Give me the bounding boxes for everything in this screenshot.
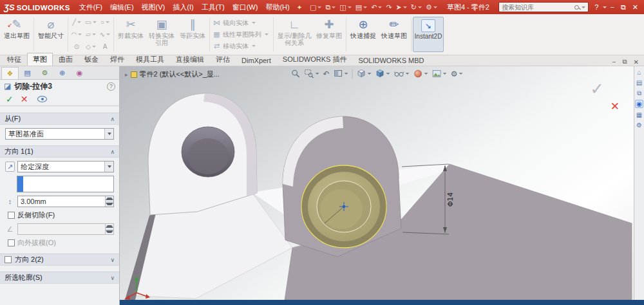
direction2-section-header[interactable]: 方向 2(2) ∨ [0, 254, 119, 266]
tab-weldments[interactable]: 焊件 [104, 53, 130, 66]
direction2-checkbox[interactable] [5, 256, 12, 263]
edit-appearance-button[interactable] [412, 68, 430, 79]
instant2d-toggle-button[interactable]: ↘ Instant2D [413, 17, 444, 52]
doc-minimize-button[interactable]: − [609, 59, 620, 66]
breadcrumb[interactable]: ▸ 零件2 (默认<<默认>_显... [125, 69, 220, 79]
offset-entities-button[interactable]: ∥ 等距实体 [177, 15, 208, 53]
direction1-section-header[interactable]: 方向 1(1) ∧ [0, 145, 119, 158]
tab-direct-editing[interactable]: 直接编辑 [170, 53, 210, 66]
repair-sketch-button[interactable]: ✚ 修复草图 [314, 15, 345, 53]
view-settings-button[interactable]: ⚙ [449, 69, 465, 79]
appearances-icon[interactable]: ◉ [635, 100, 643, 108]
search-dropdown-icon[interactable] [582, 6, 585, 8]
featuremanager-tab[interactable]: ▤ [19, 67, 36, 79]
doc-restore-button[interactable]: ⧉ [619, 58, 630, 66]
reverse-direction-icon[interactable]: ↗ [5, 162, 15, 172]
file-explorer-icon[interactable]: ⧉ [637, 89, 641, 97]
draft-angle-spinner[interactable] [17, 223, 114, 235]
dropdown-button[interactable] [104, 129, 113, 139]
configurationmanager-tab[interactable]: ⚙ [36, 67, 53, 79]
rebuild-button[interactable]: ↻ [409, 2, 424, 12]
flip-side-checkbox[interactable] [8, 212, 15, 219]
help-button[interactable]: ? [591, 3, 601, 11]
save-button[interactable]: ◫ [337, 2, 353, 12]
circle-tool-button[interactable]: ○ [98, 16, 112, 28]
apply-scene-button[interactable] [430, 68, 449, 79]
end-condition-dropdown[interactable]: 给定深度 [17, 161, 114, 172]
quick-snaps-button[interactable]: ⊕ 快速捕捉 [348, 15, 379, 53]
section-view-button[interactable] [332, 68, 350, 79]
rectangle-tool-button[interactable]: ▭ [84, 16, 98, 28]
pin-menu-icon[interactable]: ✦ [294, 4, 305, 11]
dropdown-button[interactable] [104, 162, 113, 172]
preview-eye-icon[interactable] [37, 96, 47, 102]
undo-button[interactable]: ↶ [369, 2, 384, 12]
menu-insert[interactable]: 插入(I) [169, 0, 197, 15]
doc-close-button[interactable]: ✕ [630, 59, 642, 66]
graphics-area[interactable]: Φ14 ▸ 零件2 (默认<<默认>_显... [120, 66, 634, 300]
model-viewport[interactable]: Φ14 [120, 66, 634, 300]
dimxpertmanager-tab[interactable]: ⊕ [53, 67, 71, 79]
hide-show-items-button[interactable] [392, 68, 412, 79]
selected-contours-section-header[interactable]: 所选轮廓(S) ∨ [0, 272, 119, 284]
arc-tool-button[interactable]: ◠ [70, 28, 84, 41]
view-orientation-button[interactable] [355, 68, 374, 79]
scenes-icon[interactable]: ▦ [636, 111, 642, 118]
menu-help[interactable]: 帮助(H) [261, 0, 293, 15]
design-library-icon[interactable]: ▤ [636, 79, 642, 86]
help-icon[interactable]: ? [107, 82, 115, 91]
tab-sheet-metal[interactable]: 钣金 [79, 53, 104, 66]
display-delete-relations-button[interactable]: ∟ 显示/删除几何关系 [275, 15, 314, 53]
tab-solidworks-mbd[interactable]: SOLIDWORKS MBD [352, 55, 430, 66]
line-tool-button[interactable]: ╱ [70, 16, 84, 28]
redo-button[interactable]: ↷ [384, 2, 393, 12]
move-entities-button[interactable]: ⇄移动实体 [211, 41, 272, 52]
text-tool-button[interactable]: A [98, 41, 112, 53]
from-section-header[interactable]: 从(F) ∧ [0, 113, 119, 125]
select-button[interactable]: ➤ [394, 2, 409, 12]
tab-surfaces[interactable]: 曲面 [53, 53, 79, 66]
print-button[interactable]: ▤ [354, 2, 369, 12]
ok-button[interactable]: ✓ [6, 94, 14, 104]
convert-entities-button[interactable]: ▣ 转换实体引用 [146, 15, 177, 53]
maximize-button[interactable]: ⧉ [618, 3, 629, 12]
spin-up-button[interactable] [106, 196, 113, 201]
tab-evaluate[interactable]: 评估 [210, 53, 236, 66]
linear-sketch-pattern-button[interactable]: ▦线性草图阵列 [211, 29, 272, 41]
confirm-corner-ok-icon[interactable]: ✓ [590, 79, 604, 99]
search-input[interactable] [502, 4, 573, 11]
spline-tool-button[interactable]: ∿ [98, 28, 112, 41]
menu-view[interactable]: 视图(V) [138, 0, 169, 15]
tab-sketch[interactable]: 草图 [27, 53, 53, 66]
tab-features[interactable]: 特征 [1, 53, 27, 66]
menu-window[interactable]: 窗口(W) [229, 0, 262, 15]
mirror-entities-button[interactable]: ⋈镜向实体 [211, 17, 272, 29]
previous-view-button[interactable]: ↶ [321, 69, 332, 79]
tab-dimxpert[interactable]: DimXpert [236, 55, 277, 66]
depth-spinner[interactable]: 3.00mm [17, 196, 114, 207]
confirm-corner-cancel-icon[interactable]: ✕ [611, 100, 620, 113]
custom-properties-icon[interactable]: ⚙ [636, 122, 642, 129]
dimension-text[interactable]: Φ14 [446, 192, 455, 207]
rapid-sketch-button[interactable]: ✏ 快速草图 [379, 15, 410, 53]
knowledge-search-box[interactable] [498, 2, 589, 12]
menu-tools[interactable]: 工具(T) [198, 0, 229, 15]
minimize-button[interactable]: − [607, 3, 617, 11]
trim-entities-button[interactable]: ✂ 剪裁实体 [115, 15, 146, 53]
direction-reference-box[interactable] [17, 176, 114, 192]
open-button[interactable]: ⧉ [323, 2, 337, 12]
tab-solidworks-addins[interactable]: SOLIDWORKS 插件 [277, 53, 353, 66]
polygon-tool-button[interactable]: ▱ [84, 28, 98, 41]
close-button[interactable]: ✕ [629, 3, 641, 12]
display-style-button[interactable] [374, 68, 392, 79]
exit-sketch-button[interactable]: ✎↙ 退出草图 [1, 15, 32, 53]
tab-mold-tools[interactable]: 模具工具 [130, 53, 170, 66]
draft-outward-checkbox[interactable] [8, 239, 15, 246]
spin-down-button[interactable] [106, 201, 113, 207]
help-dropdown-icon[interactable] [603, 6, 607, 8]
flyout-arrow-icon[interactable]: ▸ [125, 71, 128, 78]
smart-dimension-button[interactable]: ⌀ 智能尺寸 [35, 15, 66, 53]
home-icon[interactable]: ⌂ [637, 69, 641, 76]
spin-down-button[interactable] [106, 229, 113, 235]
propertymanager-tab[interactable]: ❖ [1, 67, 19, 79]
